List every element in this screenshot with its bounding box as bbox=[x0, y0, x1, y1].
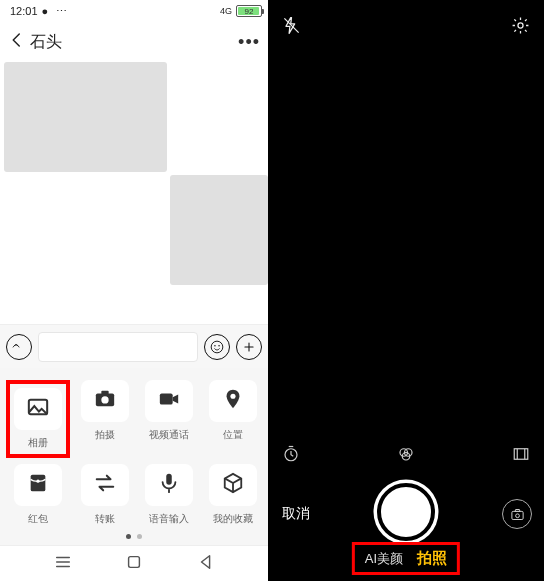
panel-item-label: 相册 bbox=[28, 436, 48, 450]
gear-icon[interactable] bbox=[511, 16, 530, 39]
svg-rect-18 bbox=[166, 474, 172, 485]
camera-bottom: 取消 AI美颜 拍照 bbox=[268, 471, 544, 581]
attachment-panel: 相册 拍摄 视频通话 位置 红包 bbox=[0, 368, 268, 545]
text-input[interactable] bbox=[38, 332, 198, 362]
panel-item-transfer[interactable]: 转账 bbox=[76, 464, 134, 526]
chat-screen: 12:01 ● ⋯ 4G 92 石头 ••• bbox=[0, 0, 268, 581]
svg-rect-25 bbox=[514, 449, 528, 460]
panel-item-label: 拍摄 bbox=[95, 428, 115, 442]
chat-header: 石头 ••• bbox=[0, 22, 268, 62]
svg-rect-13 bbox=[101, 391, 108, 395]
panel-item-label: 视频通话 bbox=[149, 428, 189, 442]
page-indicator bbox=[6, 526, 262, 541]
microphone-icon bbox=[157, 472, 181, 498]
flash-off-icon[interactable] bbox=[282, 16, 301, 39]
svg-rect-14 bbox=[160, 394, 173, 405]
battery-percent: 92 bbox=[245, 7, 254, 16]
svg-point-9 bbox=[218, 345, 220, 347]
network-type: 4G bbox=[220, 6, 232, 16]
status-ellipsis-icon: ⋯ bbox=[56, 5, 67, 18]
status-time: 12:01 bbox=[10, 5, 38, 17]
panel-item-redpacket[interactable]: 红包 bbox=[6, 464, 70, 526]
panel-item-camera[interactable]: 拍摄 bbox=[76, 380, 134, 458]
transfer-icon bbox=[93, 472, 117, 498]
status-bar: 12:01 ● ⋯ 4G 92 bbox=[0, 0, 268, 22]
svg-rect-19 bbox=[129, 556, 140, 567]
camera-toolbar bbox=[268, 437, 544, 471]
system-nav-bar bbox=[0, 545, 268, 581]
camera-top-bar bbox=[268, 0, 544, 54]
status-dot-icon: ● bbox=[42, 5, 49, 17]
switch-camera-button[interactable] bbox=[502, 499, 532, 529]
svg-rect-16 bbox=[31, 475, 46, 492]
plus-icon[interactable] bbox=[236, 334, 262, 360]
camera-mode-bar: AI美颜 拍照 bbox=[352, 542, 460, 575]
nav-home-icon[interactable] bbox=[125, 553, 143, 575]
page-dot bbox=[126, 534, 131, 539]
page-dot bbox=[137, 534, 142, 539]
voice-input-icon[interactable] bbox=[6, 334, 32, 360]
red-packet-icon bbox=[26, 472, 50, 498]
panel-item-voice[interactable]: 语音输入 bbox=[140, 464, 198, 526]
input-bar bbox=[0, 324, 268, 368]
chat-messages[interactable] bbox=[0, 62, 268, 324]
cancel-button[interactable]: 取消 bbox=[282, 505, 310, 523]
panel-item-location[interactable]: 位置 bbox=[204, 380, 262, 458]
svg-point-20 bbox=[518, 22, 523, 27]
mode-beauty[interactable]: AI美颜 bbox=[365, 550, 403, 568]
svg-point-17 bbox=[36, 480, 39, 483]
panel-item-label: 位置 bbox=[223, 428, 243, 442]
chat-title: 石头 bbox=[30, 32, 62, 53]
panel-item-favorites[interactable]: 我的收藏 bbox=[204, 464, 262, 526]
aspect-icon[interactable] bbox=[510, 443, 532, 465]
location-icon bbox=[221, 388, 245, 414]
svg-point-7 bbox=[211, 341, 223, 353]
svg-point-15 bbox=[230, 394, 235, 399]
svg-point-12 bbox=[101, 396, 108, 403]
nav-back-icon[interactable] bbox=[197, 553, 215, 575]
emoji-icon[interactable] bbox=[204, 334, 230, 360]
back-icon[interactable] bbox=[8, 31, 26, 53]
panel-item-label: 红包 bbox=[28, 512, 48, 526]
panel-item-label: 我的收藏 bbox=[213, 512, 253, 526]
svg-point-8 bbox=[214, 345, 216, 347]
camera-viewfinder[interactable] bbox=[268, 54, 544, 437]
box-icon bbox=[221, 472, 245, 498]
timer-icon[interactable] bbox=[280, 443, 302, 465]
mode-photo[interactable]: 拍照 bbox=[417, 549, 447, 568]
battery-indicator: 92 bbox=[236, 5, 262, 17]
panel-item-videocall[interactable]: 视频通话 bbox=[140, 380, 198, 458]
filter-icon[interactable] bbox=[395, 443, 417, 465]
nav-menu-icon[interactable] bbox=[54, 553, 72, 575]
camera-screen: 取消 AI美颜 拍照 bbox=[268, 0, 544, 581]
chat-image-placeholder[interactable] bbox=[4, 62, 167, 172]
panel-item-album[interactable]: 相册 bbox=[6, 380, 70, 458]
video-icon bbox=[157, 388, 181, 414]
camera-icon bbox=[93, 388, 117, 414]
panel-item-label: 转账 bbox=[95, 512, 115, 526]
shutter-button[interactable] bbox=[377, 483, 435, 541]
chat-image-placeholder[interactable] bbox=[170, 175, 268, 285]
svg-rect-26 bbox=[511, 511, 522, 519]
more-icon[interactable]: ••• bbox=[238, 32, 260, 53]
album-icon bbox=[26, 396, 50, 422]
panel-item-label: 语音输入 bbox=[149, 512, 189, 526]
